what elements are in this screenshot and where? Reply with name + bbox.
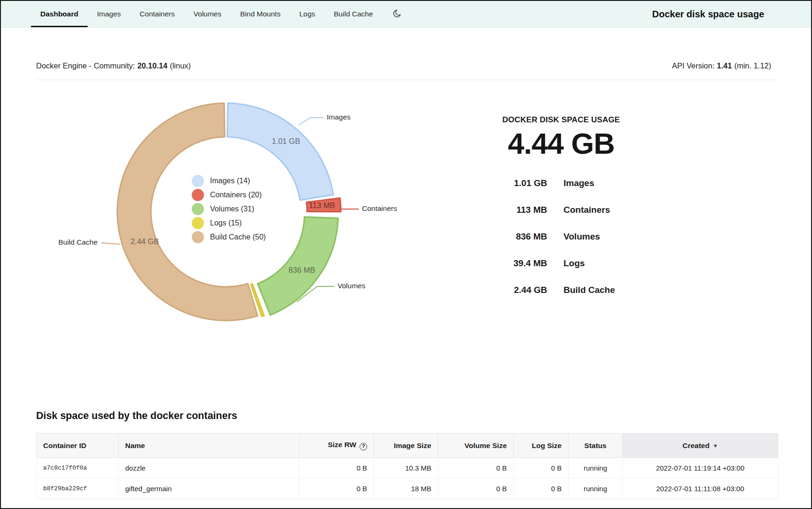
cell-created: 2022-07-01 11:19:14 +03:00 [623,458,778,479]
usage-stat-label: Build Cache [564,285,615,295]
usage-stat-logs: 39.4 MBLogs [491,258,632,269]
cell-log-size: 0 B [514,479,569,499]
slice-value-build-cache: 2.44 GB [130,237,159,246]
slice-value-images: 1.01 GB [272,137,301,145]
legend-label: Containers (20) [210,191,262,199]
column-header-container-id[interactable]: Container ID [37,434,119,458]
containers-table-heading: Disk space used by the docker containers [1,410,811,422]
column-header-label: Volume Size [465,442,507,449]
donut-chart-wrap: 1.01 GBImages113 MBContainers836 MBVolum… [36,92,425,336]
engine-label: Docker Engine - Community: [36,61,135,70]
cell-volume-size: 0 B [438,479,514,499]
api-min-version: (min. 1.12) [734,61,771,70]
sort-desc-icon: ▼ [713,443,718,449]
engine-version: 20.10.14 [137,61,167,70]
usage-stat-images: 1.01 GBImages [491,178,632,188]
usage-stat-build-cache: 2.44 GBBuild Cache [491,285,632,295]
column-header-label: Container ID [43,442,86,449]
column-header-created[interactable]: Created▼ [623,434,778,458]
tab-bind-mounts[interactable]: Bind Mounts [231,1,290,27]
cell-name: dozzle [119,458,300,479]
cell-status: running [569,458,623,479]
theme-toggle-button[interactable] [391,1,404,27]
usage-stats-list: 1.01 GBImages113 MBContainers836 MBVolum… [491,178,632,295]
column-header-status[interactable]: Status [569,434,623,458]
api-label: API Version: [672,61,714,70]
legend-dot [192,231,204,243]
usage-stat-label: Logs [564,258,585,269]
usage-stat-value: 113 MB [491,205,547,215]
column-header-image-size[interactable]: Image Size [374,434,438,458]
usage-stat-value: 836 MB [491,232,547,242]
tab-images[interactable]: Images [88,1,130,27]
api-version: 1.41 [717,61,732,70]
api-version-info: API Version:1.41(min. 1.12) [672,61,771,70]
containers-table: Container IDNameSize RW?Image SizeVolume… [36,433,778,499]
column-header-label: Name [125,442,145,449]
usage-summary-panel: DOCKER DISK SPACE USAGE 4.44 GB 1.01 GBI… [491,115,632,336]
table-body: a7c8c17f0f0adozzle0 B10.3 MB0 B0 Brunnin… [37,458,778,499]
legend-dot [192,217,204,229]
legend-label: Build Cache (50) [210,233,266,241]
legend-item-containers[interactable]: Containers (20) [192,189,266,201]
usage-stat-label: Containers [564,205,610,215]
leader-line-images [299,118,323,125]
usage-stat-value: 39.4 MB [491,258,547,269]
legend-dot [192,189,204,201]
legend-item-logs[interactable]: Logs (15) [192,217,266,229]
cell-size-rw: 0 B [300,479,374,499]
cell-status: running [569,479,623,499]
cell-image-size: 18 MB [374,479,438,499]
tab-dashboard[interactable]: Dashboard [31,1,88,27]
app-title: Docker disk space usage [652,1,764,27]
tab-build-cache[interactable]: Build Cache [324,1,383,27]
table-header-row: Container IDNameSize RW?Image SizeVolume… [37,434,778,458]
section-divider [36,80,776,80]
legend-item-build-cache[interactable]: Build Cache (50) [192,231,266,243]
column-header-volume-size[interactable]: Volume Size [438,434,514,458]
column-header-size-rw[interactable]: Size RW? [300,434,374,458]
column-header-log-size[interactable]: Log Size [514,434,569,458]
tab-volumes[interactable]: Volumes [184,1,231,27]
legend-label: Logs (15) [210,219,242,227]
table-row: a7c8c17f0f0adozzle0 B10.3 MB0 B0 Brunnin… [37,458,778,479]
usage-stat-containers: 113 MBContainers [491,205,632,215]
column-header-name[interactable]: Name [119,434,300,458]
cell-created: 2022-07-01 11:11:08 +03:00 [623,479,778,499]
disk-usage-section: 1.01 GBImages113 MBContainers836 MBVolum… [1,92,811,336]
containers-table-wrap: Container IDNameSize RW?Image SizeVolume… [36,433,771,499]
column-header-label: Image Size [394,442,431,449]
tab-containers[interactable]: Containers [130,1,184,27]
cell-name: gifted_germain [119,479,300,499]
legend-label: Volumes (31) [210,205,254,213]
cell-size-rw: 0 B [300,458,374,479]
column-header-label: Size RW [328,441,356,449]
engine-info-row: Docker Engine - Community:20.10.14(linux… [1,61,811,70]
slice-value-volumes: 836 MB [288,266,315,274]
help-circle-icon[interactable]: ? [360,443,367,450]
slice-outer-label-build-cache: Build Cache [58,238,98,246]
legend-dot [192,203,204,215]
top-nav: DashboardImagesContainersVolumesBind Mou… [1,1,811,28]
usage-stat-label: Images [564,178,594,188]
slice-value-containers: 113 MB [309,201,335,210]
legend-label: Images (14) [210,177,250,185]
usage-stat-label: Volumes [564,232,600,242]
column-header-label: Status [584,442,606,449]
slice-outer-label-volumes: Volumes [338,282,366,290]
moon-icon [393,9,402,20]
usage-total-value: 4.44 GB [491,127,632,160]
cell-image-size: 10.3 MB [374,458,438,479]
table-row: b8f29ba229cfgifted_germain0 B18 MB0 B0 B… [37,479,778,499]
chart-legend: Images (14)Containers (20)Volumes (31)Lo… [192,175,266,245]
engine-os: (linux) [170,61,191,70]
usage-stat-value: 2.44 GB [491,285,547,295]
legend-item-volumes[interactable]: Volumes (31) [192,203,266,215]
cell-container-id: b8f29ba229cf [37,479,119,499]
cell-volume-size: 0 B [438,458,514,479]
leader-line-build-cache [101,243,120,244]
legend-item-images[interactable]: Images (14) [192,175,266,187]
legend-dot [192,175,204,187]
usage-stat-value: 1.01 GB [491,178,547,188]
tab-logs[interactable]: Logs [290,1,324,27]
